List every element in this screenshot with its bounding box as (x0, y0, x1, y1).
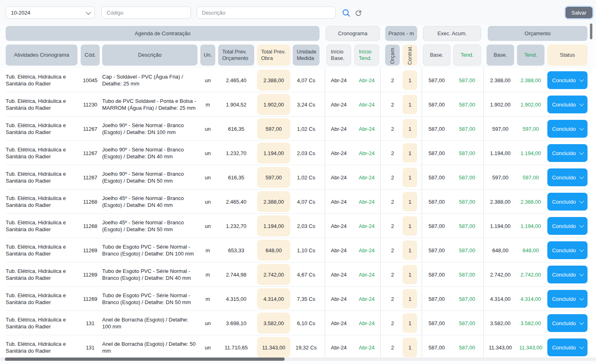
cell-exec-base: 587,00 (423, 335, 450, 358)
table-row: Tub. Elétrica, Hidráulica e Sanitária do… (0, 311, 596, 335)
cell-description: Joelho 45º - Série Normal - Branco (Esgo… (102, 189, 197, 214)
cell-orcam: 2 (385, 214, 400, 238)
status-dropdown[interactable]: Concluído (547, 96, 587, 113)
status-dropdown[interactable]: Concluído (547, 193, 587, 211)
cell-orcamento-base: 1.194,00 (487, 214, 514, 238)
horizontal-scrollbar-thumb[interactable] (5, 358, 285, 361)
cell-unit: un (200, 214, 215, 238)
cell-exec-tend: 587,00 (453, 335, 481, 358)
cell-orcamento-tend: 648,00 (517, 238, 545, 262)
status-dropdown[interactable]: Concluído (547, 120, 587, 138)
cell-total-prev-obra: 648,00 (257, 238, 290, 262)
cell-activity: Tub. Elétrica, Hidráulica e Sanitária do… (6, 238, 77, 262)
status-label: Concluído (552, 77, 576, 83)
period-select[interactable]: 10-2024 (6, 6, 95, 19)
cell-unidade-medida: 6,10 Cs (293, 311, 319, 335)
cell-description: Tubo de PVC Soldável - Ponta e Bolsa - M… (102, 92, 197, 117)
status-label: Concluído (552, 296, 576, 302)
cell-code: 11267 (81, 141, 100, 165)
cell-total-prev-obra: 3.582,00 (257, 311, 290, 335)
status-dropdown[interactable]: Concluído (547, 338, 587, 356)
cell-unit: un (200, 165, 215, 189)
status-dropdown[interactable]: Concluído (547, 314, 587, 332)
vertical-scrollbar-thumb[interactable] (590, 23, 592, 39)
cell-exec-base: 587,00 (423, 262, 450, 287)
cell-total-prev-obra: 597,00 (257, 117, 290, 141)
cell-orcamento-base: 2.388,00 (487, 189, 514, 214)
cell-orcamento-tend: 2.388,00 (517, 68, 545, 92)
cell-unidade-medida: 3,24 Cs (293, 92, 319, 117)
cell-orcamento-tend: 1.902,00 (517, 92, 545, 117)
status-dropdown[interactable]: Concluído (547, 71, 587, 89)
status-dropdown[interactable]: Concluído (547, 290, 587, 308)
cell-contrat-badge: 1 (403, 168, 417, 187)
cell-unit: m (200, 238, 215, 262)
cell-code: 131 (81, 311, 100, 335)
cell-unidade-medida: 2,03 Cs (293, 141, 319, 165)
col-total-prev-orcamento: Total Prev. Orçamento (218, 45, 254, 66)
cell-unidade-medida: 19,32 Cs (293, 335, 319, 358)
cell-activity: Tub. Elétrica, Hidráulica e Sanitária do… (6, 311, 77, 335)
group-prazos-m: Prazos - m (385, 26, 417, 41)
cell-orcam: 2 (385, 117, 400, 141)
cell-orcam: 2 (385, 238, 400, 262)
col-atividades-cronograma: Atividades Cronograma (6, 45, 77, 66)
cell-contrat-badge: 1 (403, 119, 417, 138)
chevron-down-icon (579, 175, 584, 179)
cell-inicio-tend: Abr-24 (354, 287, 379, 311)
cell-orcam: 2 (385, 141, 400, 165)
table-row: Tub. Elétrica, Hidráulica e Sanitária do… (0, 117, 596, 141)
cell-inicio-base: Abr-24 (326, 68, 351, 92)
cell-contrat-badge: 1 (403, 95, 417, 114)
chevron-down-icon (86, 9, 91, 15)
status-dropdown[interactable]: Concluído (547, 217, 587, 235)
cell-activity: Tub. Elétrica, Hidráulica e Sanitária do… (6, 214, 77, 238)
cell-exec-base: 587,00 (423, 238, 450, 262)
cell-orcam: 2 (385, 92, 400, 117)
cell-exec-tend: 587,00 (453, 68, 481, 92)
cell-contrat-badge: 1 (403, 216, 417, 236)
cell-orcam: 2 (385, 262, 400, 287)
chevron-down-icon (579, 126, 584, 130)
status-label: Concluído (552, 199, 576, 205)
status-dropdown[interactable]: Concluído (547, 241, 587, 259)
cell-exec-tend: 587,00 (453, 117, 481, 141)
horizontal-scrollbar-track[interactable] (0, 358, 596, 361)
cell-total-prev-obra: 11.343,00 (257, 335, 290, 358)
cell-exec-base: 587,00 (423, 165, 450, 189)
table-row: Tub. Elétrica, Hidráulica e Sanitária do… (0, 165, 596, 189)
toolbar: 10-2024 Salvar (0, 0, 596, 25)
cell-contrat-badge: 1 (403, 143, 417, 163)
cell-total-prev-obra: 597,00 (257, 165, 290, 189)
save-button[interactable]: Salvar (566, 7, 592, 18)
status-dropdown[interactable]: Concluído (547, 168, 587, 186)
col-codigo: Cód. (81, 45, 100, 66)
refresh-button[interactable] (354, 8, 363, 18)
cell-code: 10045 (81, 68, 100, 92)
cell-exec-base: 587,00 (423, 117, 450, 141)
cell-orcamento-base: 4.314,00 (487, 287, 514, 311)
descricao-input[interactable] (197, 6, 336, 19)
codigo-input[interactable] (101, 6, 191, 19)
cell-contrat: 1 (403, 238, 417, 262)
cell-inicio-base: Abr-24 (326, 287, 351, 311)
chevron-down-icon (579, 199, 584, 203)
cell-total-prev-orcamento: 616,35 (218, 117, 254, 141)
group-agenda-de-contratacao: Agenda de Contratação (6, 26, 319, 41)
cell-total-prev-orcamento: 1.232,70 (218, 141, 254, 165)
cell-total-prev-orcamento: 11.710,65 (218, 335, 254, 358)
cell-exec-tend: 587,00 (453, 214, 481, 238)
search-button[interactable] (341, 8, 351, 18)
group-exec-acum: Exec. Acum. (423, 26, 481, 41)
status-dropdown[interactable]: Concluído (547, 144, 587, 162)
cell-contrat-badge: 1 (403, 338, 417, 357)
status-label: Concluído (552, 102, 576, 108)
cell-code: 11268 (81, 214, 100, 238)
cell-orcamento-base: 11.343,00 (487, 335, 514, 358)
cell-inicio-base: Abr-24 (326, 165, 351, 189)
cell-contrat: 1 (403, 141, 417, 165)
cell-total-prev-obra-badge: 4.314,00 (257, 288, 290, 309)
status-label: Concluído (552, 223, 576, 229)
cell-orcamento-tend: 4.314,00 (517, 287, 545, 311)
status-dropdown[interactable]: Concluído (547, 266, 587, 283)
